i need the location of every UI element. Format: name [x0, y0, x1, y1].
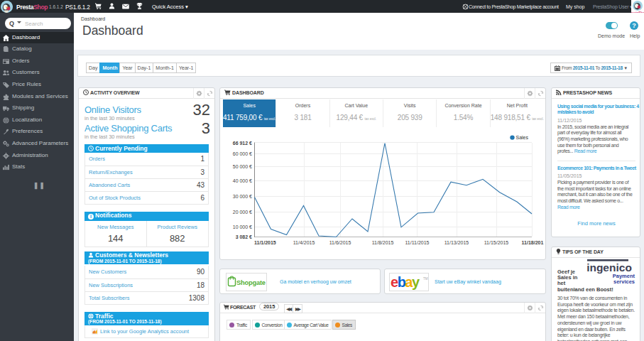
svg-text:40 000 €: 40 000 €	[233, 178, 252, 183]
svg-text:ebay: ebay	[391, 274, 420, 290]
svg-text:11/15/2015: 11/15/2015	[484, 240, 509, 245]
svg-text:50 000 €: 50 000 €	[233, 164, 252, 169]
svg-text:3 082 €: 3 082 €	[236, 234, 252, 239]
svg-text:11/6/2015: 11/6/2015	[329, 240, 351, 245]
svg-text:11/11/2015: 11/11/2015	[405, 240, 430, 245]
svg-text:11/8/2015: 11/8/2015	[372, 240, 394, 245]
svg-text:11/4/2015: 11/4/2015	[293, 240, 315, 245]
svg-text:66 912 €: 66 912 €	[233, 141, 252, 146]
svg-text:ingenico: ingenico	[586, 261, 632, 274]
svg-text:20 000 €: 20 000 €	[233, 210, 252, 215]
svg-text:services: services	[613, 278, 635, 283]
svg-text:11/1/2015: 11/1/2015	[254, 240, 276, 245]
svg-text:30 000 €: 30 000 €	[233, 194, 252, 199]
svg-text:Sales: Sales	[516, 135, 529, 140]
svg-text:60 000 €: 60 000 €	[233, 151, 252, 156]
svg-text:11/18/201: 11/18/201	[522, 240, 544, 245]
svg-text:11/13/2015: 11/13/2015	[444, 240, 469, 245]
svg-text:10 000 €: 10 000 €	[233, 224, 252, 229]
svg-text:TM: TM	[423, 277, 428, 281]
svg-text:Shopgate: Shopgate	[236, 279, 266, 286]
